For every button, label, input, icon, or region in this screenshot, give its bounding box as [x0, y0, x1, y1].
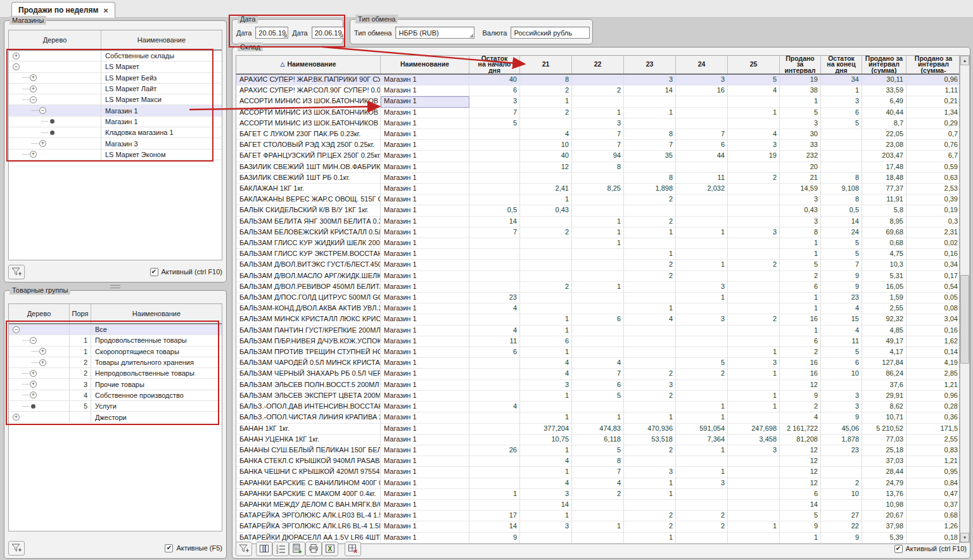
value-cell[interactable]: 127,84: [862, 358, 906, 369]
product-name-cell[interactable]: АРАХИС СУПЕР! ЖАР.СОЛ.90Г СУПЕР! 0.09к: [236, 86, 381, 96]
numbered-list-button[interactable]: 123: [272, 542, 289, 556]
value-cell[interactable]: 3: [469, 96, 520, 107]
value-cell[interactable]: 86,24: [862, 369, 906, 379]
tree-row[interactable]: +4Собственное производство: [9, 390, 222, 401]
value-cell[interactable]: 30,11: [862, 75, 906, 86]
value-cell[interactable]: 4: [520, 358, 572, 369]
product-name-cell[interactable]: БАЛЬЗАМ БЕЛОВЕЖСКИЙ КРИСТАЛЛ 0.5Л: [236, 227, 381, 238]
groups-active-checkbox[interactable]: ✔ Активные (F5): [165, 544, 222, 552]
value-cell[interactable]: [469, 129, 520, 140]
product-name-cell[interactable]: БАЛЬЗАМ П/БР.НИВЕЯ Д/ЧУВ.КОЖ.УСПОК.1: [236, 336, 381, 347]
value-cell[interactable]: 4: [624, 314, 676, 325]
value-cell[interactable]: 1: [624, 227, 676, 238]
table-row[interactable]: БАКЛАЖАНЫ ВЕРЕС ЖАР.С ОВОЩ. 515Г СТМагаз…: [236, 194, 959, 205]
value-cell[interactable]: 5 210,52: [862, 424, 906, 435]
value-cell[interactable]: [676, 118, 728, 129]
tree-expand-icon[interactable]: +: [30, 74, 37, 81]
vertical-scrollbar[interactable]: ▲ ▼: [960, 55, 970, 543]
tree-collapse-icon[interactable]: −: [13, 63, 20, 70]
value-cell[interactable]: 0,54: [906, 282, 960, 293]
value-cell[interactable]: [728, 118, 780, 129]
value-cell[interactable]: 7: [469, 108, 520, 118]
value-cell[interactable]: [469, 194, 520, 205]
value-cell[interactable]: [728, 293, 780, 303]
value-cell[interactable]: 7: [624, 140, 676, 151]
product-name-cell[interactable]: БАНКА СТЕКЛ.С КРЫШКОЙ 940МЛ PASABAH: [236, 456, 381, 467]
value-cell[interactable]: 49,17: [862, 336, 906, 347]
value-cell[interactable]: 1: [520, 347, 572, 358]
value-cell[interactable]: 17: [469, 511, 520, 521]
product-name-cell[interactable]: БАНАН 1КГ 1кг.: [236, 424, 381, 435]
tree-row[interactable]: 5Услуги: [9, 401, 222, 412]
value-cell[interactable]: 2: [520, 108, 572, 118]
value-cell[interactable]: [728, 412, 780, 423]
value-cell[interactable]: 22,05: [862, 129, 906, 140]
value-cell[interactable]: 2: [728, 260, 780, 270]
value-cell[interactable]: 7,364: [676, 435, 728, 445]
value-cell[interactable]: 3: [520, 489, 572, 500]
value-cell[interactable]: 1,21: [906, 380, 960, 391]
value-cell[interactable]: [728, 96, 780, 107]
store-cell[interactable]: Магазин 1: [381, 227, 469, 238]
table-row[interactable]: БАГЕТ СТОЛОВЫЙ РЭД ХЭД 250Г 0.25кг.Магаз…: [236, 140, 959, 151]
value-cell[interactable]: 53,518: [624, 435, 676, 445]
value-cell[interactable]: 77,03: [862, 435, 906, 445]
value-cell[interactable]: [520, 293, 572, 303]
value-cell[interactable]: 16,05: [862, 282, 906, 293]
value-cell[interactable]: 3: [520, 380, 572, 391]
table-row[interactable]: БАРАНКИ МЕЖДУ ДЕЛОМ С ВАН.МЯГК.В/СМагази…: [236, 500, 959, 511]
value-cell[interactable]: [624, 456, 676, 467]
value-cell[interactable]: 20,67: [862, 511, 906, 521]
value-cell[interactable]: 3: [676, 75, 728, 86]
value-cell[interactable]: 12: [780, 445, 821, 456]
value-cell[interactable]: 0,84: [906, 478, 960, 489]
store-cell[interactable]: Магазин 1: [381, 118, 469, 129]
product-name-cell[interactable]: БАЛЬЗАМ ЧЕРНЫЙ ЗНАХАРЬ РБ 0.5Л ЧЕРН: [236, 369, 381, 379]
value-cell[interactable]: 1: [520, 314, 572, 325]
warehouse-col-header[interactable]: 24: [676, 56, 728, 73]
value-cell[interactable]: 7: [572, 129, 624, 140]
value-cell[interactable]: [676, 96, 728, 107]
warehouse-col-header[interactable]: Остаток на конец дня: [821, 56, 862, 73]
value-cell[interactable]: [676, 326, 728, 336]
value-cell[interactable]: 2,41: [520, 184, 572, 194]
value-cell[interactable]: 1: [469, 489, 520, 500]
value-cell[interactable]: [676, 271, 728, 282]
table-row[interactable]: БАЛЬЗАМ-КОНД.Д/ВОЛ.АКВА АКТИВ УВЛ.35Мага…: [236, 303, 959, 314]
value-cell[interactable]: [469, 478, 520, 489]
product-name-cell[interactable]: БАЛЬЗАМ МИНСК КРИСТАЛЛ ЛЮКС КРИСТА: [236, 314, 381, 325]
value-cell[interactable]: 2: [624, 260, 676, 270]
value-cell[interactable]: 44: [676, 151, 728, 162]
value-cell[interactable]: [624, 118, 676, 129]
value-cell[interactable]: 4: [520, 478, 572, 489]
table-row[interactable]: АССОРТИ МИНИС ИЗ ШОК.БАТОНЧИКОВ 93Магази…: [236, 118, 959, 129]
store-cell[interactable]: Магазин 1: [381, 380, 469, 391]
value-cell[interactable]: 3: [821, 96, 862, 107]
value-cell[interactable]: [821, 129, 862, 140]
value-cell[interactable]: [469, 380, 520, 391]
value-cell[interactable]: [728, 380, 780, 391]
value-cell[interactable]: 6: [821, 358, 862, 369]
value-cell[interactable]: 4: [520, 129, 572, 140]
value-cell[interactable]: 11: [676, 173, 728, 184]
table-row[interactable]: БАЗИЛИК СВЕЖИЙ 1ШТ РБ 0.1кг.Магазин 1811…: [236, 173, 959, 184]
value-cell[interactable]: 0,43: [520, 205, 572, 216]
store-cell[interactable]: Магазин 1: [381, 326, 469, 336]
value-cell[interactable]: [469, 184, 520, 194]
table-row[interactable]: БАЗИЛИК СВЕЖИЙ 1ШТ МИН.ОВ.ФАБРИКАМагазин…: [236, 162, 959, 173]
table-row[interactable]: БАЛЫК СКИДЕЛЬСКИЙ К/В В/У 1КГ 1кг.Магази…: [236, 205, 959, 216]
store-cell[interactable]: Магазин 1: [381, 96, 469, 107]
value-cell[interactable]: 4: [728, 129, 780, 140]
scrollbar-thumb[interactable]: [960, 275, 969, 364]
value-cell[interactable]: [676, 456, 728, 467]
value-cell[interactable]: 2: [624, 271, 676, 282]
value-cell[interactable]: 6: [780, 282, 821, 293]
value-cell[interactable]: 14: [780, 500, 821, 511]
value-cell[interactable]: [469, 282, 520, 293]
value-cell[interactable]: [572, 500, 624, 511]
tree-row[interactable]: +Собственные склады: [9, 51, 222, 61]
product-name-cell[interactable]: БАЛЬЗАМ Д/ВОЛ.МАСЛО АРГ/ЖИДК.ШЕЛК 5: [236, 271, 381, 282]
value-cell[interactable]: [728, 238, 780, 249]
product-name-cell[interactable]: БАГЕТ С ЛУКОМ 230Г ПАК.РБ 0.23кг.: [236, 129, 381, 140]
store-cell[interactable]: Магазин 1: [381, 271, 469, 282]
